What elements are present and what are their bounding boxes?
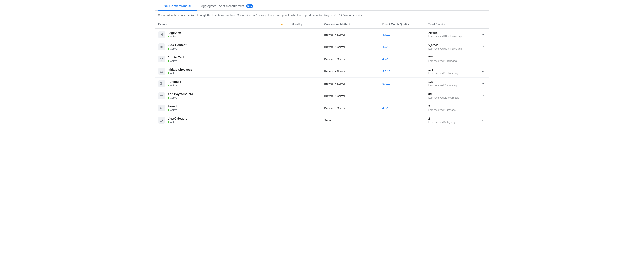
- svg-rect-14: [160, 96, 161, 96]
- event-cell-purchase: Purchase Active: [155, 78, 275, 90]
- emq-link-search[interactable]: 4.6/10: [382, 107, 390, 110]
- status-dot-addpaymentinfo: [168, 97, 169, 99]
- status-dot-viewcontent: [168, 48, 169, 50]
- expand-button-initiatecheckout[interactable]: [480, 69, 486, 74]
- usedby-cell-addtocart: [288, 53, 321, 65]
- usedby-cell-purchase: [288, 78, 321, 90]
- total-cell-addpaymentinfo: 39 Last received 23 hours ago: [425, 90, 476, 102]
- event-details-initiatecheckout: Initiate Checkout Active: [168, 68, 192, 75]
- status-label-search: Active: [170, 108, 177, 111]
- expand-button-purchase[interactable]: [480, 81, 486, 86]
- expand-button-pageview[interactable]: [480, 33, 486, 37]
- emq-link-pageview[interactable]: 4.7/10: [382, 33, 390, 36]
- total-cell-purchase: 123 Last received 2 hours ago: [425, 78, 476, 90]
- warning-cell-search: [275, 102, 288, 114]
- event-cell-search: Search Active: [155, 102, 275, 114]
- connection-cell-viewcategory: Server: [321, 114, 379, 126]
- emq-cell-purchase[interactable]: 8.4/10: [379, 78, 425, 90]
- table-row: ViewCategory Active Server 2 Last receiv…: [155, 114, 489, 126]
- emq-cell-addtocart[interactable]: 4.7/10: [379, 53, 425, 65]
- table-row: PageView Active Browser • Server4.7/10 2…: [155, 29, 489, 41]
- emq-cell-viewcategory: [379, 114, 425, 126]
- event-status-initiatecheckout: Active: [168, 72, 192, 75]
- total-count-pageview: 20 тис.: [428, 31, 473, 35]
- event-details-viewcontent: View Content Active: [168, 43, 186, 50]
- table-row: Purchase Active Browser • Server8.4/10 1…: [155, 78, 489, 90]
- event-cell-addpaymentinfo: Add Payment Info Active: [155, 90, 275, 102]
- total-cell-viewcontent: 5,4 тис. Last received 58 minutes ago: [425, 41, 476, 53]
- expand-button-search[interactable]: [480, 106, 486, 110]
- total-count-addtocart: 775: [428, 56, 473, 59]
- event-details-addpaymentinfo: Add Payment Info Active: [168, 92, 193, 99]
- emq-cell-pageview[interactable]: 4.7/10: [379, 29, 425, 41]
- col-header-expand: [476, 20, 489, 29]
- last-received-initiatecheckout: Last received 13 hours ago: [428, 72, 473, 75]
- connection-cell-purchase: Browser • Server: [321, 78, 379, 90]
- expand-button-addtocart[interactable]: [480, 57, 486, 61]
- tab-pixel[interactable]: Pixel/Conversions API: [158, 3, 197, 11]
- last-received-search: Last received 1 day ago: [428, 108, 473, 111]
- main-container: Pixel/Conversions APIAggregated Event Me…: [155, 0, 489, 126]
- event-cell-viewcontent: View Content Active: [155, 41, 275, 53]
- event-icon-purchase: [158, 80, 165, 87]
- tab-badge-aem: New: [246, 4, 254, 8]
- tab-bar: Pixel/Conversions APIAggregated Event Me…: [155, 0, 489, 11]
- emq-cell-addpaymentinfo: [379, 90, 425, 102]
- emq-link-initiatecheckout[interactable]: 4.6/10: [382, 70, 390, 73]
- status-dot-initiatecheckout: [168, 72, 169, 74]
- emq-cell-initiatecheckout[interactable]: 4.6/10: [379, 65, 425, 78]
- event-status-search: Active: [168, 108, 178, 111]
- last-received-pageview: Last received 58 minutes ago: [428, 35, 473, 38]
- emq-cell-viewcontent[interactable]: 4.7/10: [379, 41, 425, 53]
- event-name-initiatecheckout: Initiate Checkout: [168, 68, 192, 71]
- warning-cell-initiatecheckout: [275, 65, 288, 78]
- event-name-viewcontent: View Content: [168, 43, 186, 47]
- table-row: Initiate Checkout Active Browser • Serve…: [155, 65, 489, 78]
- connection-cell-viewcontent: Browser • Server: [321, 41, 379, 53]
- event-details-purchase: Purchase Active: [168, 80, 181, 87]
- tab-aem[interactable]: Aggregated Event MeasurementNew: [198, 3, 257, 11]
- expand-button-viewcategory[interactable]: [480, 118, 486, 122]
- event-info-purchase: Purchase Active: [158, 80, 272, 87]
- status-dot-viewcategory: [168, 121, 169, 123]
- emq-cell-search[interactable]: 4.6/10: [379, 102, 425, 114]
- event-info-viewcategory: ViewCategory Active: [158, 117, 272, 124]
- connection-cell-addtocart: Browser • Server: [321, 53, 379, 65]
- warning-cell-addpaymentinfo: [275, 90, 288, 102]
- table-row: View Content Active Browser • Server4.7/…: [155, 41, 489, 53]
- table-header: Events ▲ Used by Connection Method Event…: [155, 20, 489, 29]
- svg-rect-12: [160, 95, 163, 97]
- expand-button-addpaymentinfo[interactable]: [480, 94, 486, 98]
- event-status-addpaymentinfo: Active: [168, 96, 193, 99]
- warning-cell-addtocart: [275, 53, 288, 65]
- total-count-search: 2: [428, 105, 473, 108]
- event-icon-pageview: [158, 31, 165, 38]
- usedby-cell-viewcategory: [288, 114, 321, 126]
- table-row: Search Active Browser • Server4.6/10 2 L…: [155, 102, 489, 114]
- event-details-addtocart: Add to Cart Active: [168, 56, 184, 63]
- table-row: Add Payment Info Active Browser • Server…: [155, 90, 489, 102]
- emq-link-purchase[interactable]: 8.4/10: [382, 82, 390, 85]
- total-count-purchase: 123: [428, 80, 473, 84]
- event-status-viewcontent: Active: [168, 47, 186, 50]
- col-header-events: Events: [155, 20, 275, 29]
- event-icon-addtocart: [158, 56, 165, 63]
- expand-button-viewcontent[interactable]: [480, 45, 486, 49]
- event-status-addtocart: Active: [168, 60, 184, 63]
- status-label-pageview: Active: [170, 35, 177, 38]
- emq-link-viewcontent[interactable]: 4.7/10: [382, 45, 390, 49]
- event-name-pageview: PageView: [168, 31, 182, 35]
- col-header-warning: ▲: [275, 20, 288, 29]
- status-label-addpaymentinfo: Active: [170, 96, 177, 99]
- total-count-viewcontent: 5,4 тис.: [428, 43, 473, 47]
- last-received-addpaymentinfo: Last received 23 hours ago: [428, 96, 473, 99]
- usedby-cell-initiatecheckout: [288, 65, 321, 78]
- event-info-addtocart: Add to Cart Active: [158, 56, 272, 63]
- svg-line-16: [162, 109, 163, 110]
- warning-cell-pageview: [275, 29, 288, 41]
- status-dot-pageview: [168, 36, 169, 37]
- page-description: Shows all web events received through th…: [155, 11, 489, 20]
- emq-link-addtocart[interactable]: 4.7/10: [382, 58, 390, 61]
- connection-cell-addpaymentinfo: Browser • Server: [321, 90, 379, 102]
- tab-label-aem: Aggregated Event Measurement: [201, 4, 244, 8]
